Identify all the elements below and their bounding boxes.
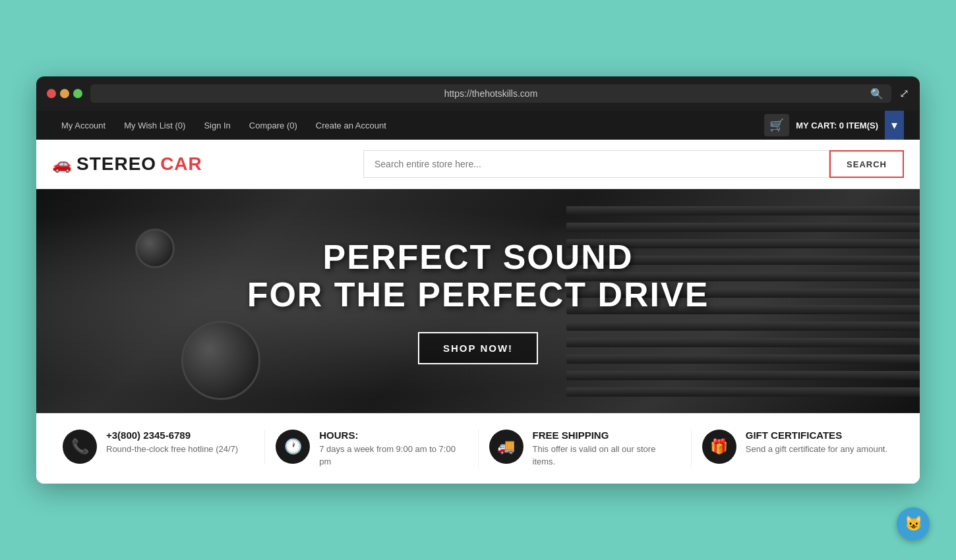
feature-hours-text: HOURS: 7 days a week from 9:00 am to 7:0… [319, 430, 467, 467]
top-navigation: My Account My Wish List (0) Sign In Comp… [52, 121, 396, 130]
feature-shipping-desc: This offer is valid on all our store ite… [533, 443, 680, 467]
chat-bubble[interactable]: 😺 [897, 507, 930, 540]
search-area: SEARCH [363, 150, 904, 178]
maximize-dot[interactable] [73, 89, 82, 98]
feature-phone-desc: Round-the-clock free hotline (24/7) [106, 443, 238, 455]
hero-title-line2: FOR THE PERFECT DRIVE [247, 276, 709, 314]
hours-icon-circle: 🕐 [276, 430, 310, 464]
nav-create-account[interactable]: Create an Account [307, 121, 396, 130]
phone-icon: 📞 [71, 438, 89, 455]
feature-gift-title: GIFT CERTIFICATES [746, 430, 887, 441]
address-bar[interactable]: https://thehotskills.com 🔍 [90, 84, 891, 103]
vent-slat [566, 223, 920, 232]
search-input[interactable] [363, 150, 829, 178]
top-bar: My Account My Wish List (0) Sign In Comp… [36, 111, 920, 140]
gift-icon-circle: 🎁 [702, 430, 736, 464]
feature-gift-text: GIFT CERTIFICATES Send a gift certificat… [746, 430, 887, 455]
chat-icon: 😺 [905, 515, 922, 532]
site-header: 🚗 STEREOCAR SEARCH [36, 140, 920, 189]
cart-area[interactable]: 🛒 MY CART: 0 item(s) ▾ [764, 111, 904, 140]
browser-window: https://thehotskills.com 🔍 ⤢ My Account … [36, 76, 920, 483]
cart-items-count: 0 item(s) [839, 121, 878, 130]
cart-icon-wrapper: 🛒 [764, 114, 789, 136]
feature-shipping-title: FREE SHIPPING [533, 430, 680, 441]
hero-content: PERFECT SOUND FOR THE PERFECT DRIVE SHOP… [247, 238, 709, 364]
shop-now-button[interactable]: SHOP NOW! [418, 332, 538, 364]
feature-hours-title: HOURS: [319, 430, 467, 441]
site-logo[interactable]: 🚗 STEREOCAR [52, 154, 202, 175]
vent-slat [566, 387, 920, 397]
logo-car-icon: 🚗 [52, 155, 73, 173]
cart-dropdown-button[interactable]: ▾ [885, 111, 904, 140]
minimize-dot[interactable] [60, 89, 69, 98]
cart-icon: 🛒 [769, 118, 784, 132]
vent-slat [566, 371, 920, 380]
nav-wish-list[interactable]: My Wish List (0) [115, 121, 194, 130]
website-content: My Account My Wish List (0) Sign In Comp… [36, 111, 920, 483]
feature-shipping-text: FREE SHIPPING This offer is valid on all… [533, 430, 680, 467]
phone-icon-circle: 📞 [63, 430, 97, 464]
expand-icon[interactable]: ⤢ [899, 86, 909, 101]
hero-title-line1: PERFECT SOUND [247, 238, 709, 276]
browser-search-icon: 🔍 [870, 88, 883, 100]
feature-shipping: 🚚 FREE SHIPPING This offer is valid on a… [479, 430, 692, 467]
nav-sign-in[interactable]: Sign In [194, 121, 239, 130]
feature-phone-title: +3(800) 2345-6789 [106, 430, 238, 441]
feature-gift-desc: Send a gift certificate for any amount. [746, 443, 887, 455]
feature-phone-text: +3(800) 2345-6789 Round-the-clock free h… [106, 430, 238, 455]
url-text: https://thehotskills.com [444, 88, 538, 99]
logo-stereo-text: STEREO [76, 154, 156, 175]
features-bar: 📞 +3(800) 2345-6789 Round-the-clock free… [36, 413, 920, 483]
cart-label: MY CART: 0 item(s) [796, 121, 878, 130]
search-button[interactable]: SEARCH [829, 150, 904, 178]
clock-icon: 🕐 [284, 438, 302, 455]
nav-my-account[interactable]: My Account [52, 121, 115, 130]
feature-gift: 🎁 GIFT CERTIFICATES Send a gift certific… [692, 430, 904, 464]
vent-slat [566, 206, 920, 215]
browser-chrome: https://thehotskills.com 🔍 ⤢ [36, 76, 920, 111]
browser-dots [47, 89, 82, 98]
feature-phone: 📞 +3(800) 2345-6789 Round-the-clock free… [52, 430, 265, 464]
gift-icon: 🎁 [710, 438, 728, 455]
logo-car-text: CAR [160, 154, 202, 175]
shipping-icon-circle: 🚚 [489, 430, 523, 464]
radio-knob-2 [135, 229, 175, 268]
truck-icon: 🚚 [497, 438, 515, 455]
hero-banner: PERFECT SOUND FOR THE PERFECT DRIVE SHOP… [36, 189, 920, 413]
feature-hours-desc: 7 days a week from 9:00 am to 7:00 pm [319, 443, 467, 467]
close-dot[interactable] [47, 89, 56, 98]
feature-hours: 🕐 HOURS: 7 days a week from 9:00 am to 7… [265, 430, 478, 467]
nav-compare[interactable]: Compare (0) [240, 121, 307, 130]
cart-text-label: MY CART: [796, 121, 837, 130]
